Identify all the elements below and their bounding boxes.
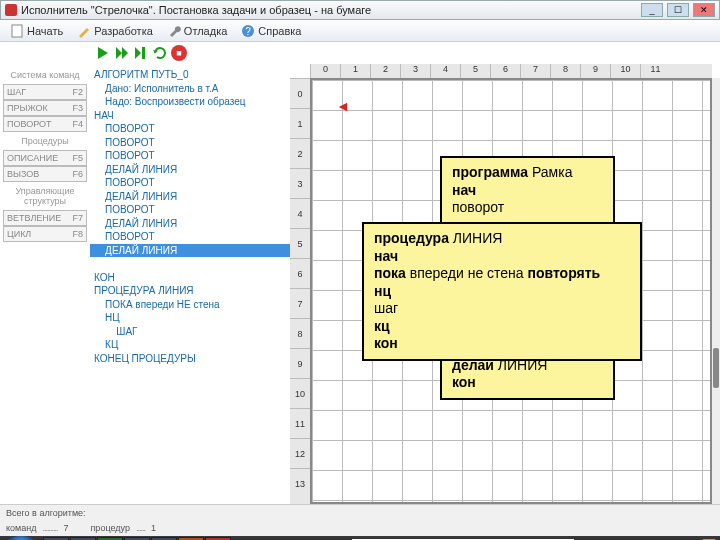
code-line[interactable]: ПРОЦЕДУРА ЛИНИЯ — [94, 285, 194, 296]
ruler-tick: 4 — [290, 198, 310, 228]
code-line[interactable]: ПОВОРОТ — [94, 177, 155, 188]
overlay-text: нц — [374, 283, 391, 299]
code-line[interactable]: ДЕЛАЙ ЛИНИЯ — [94, 218, 177, 229]
overlay-text: ЛИНИЯ — [453, 230, 503, 246]
help-icon: ? — [241, 24, 255, 38]
ruler-tick: 7 — [290, 288, 310, 318]
ruler-tick: 6 — [290, 258, 310, 288]
code-line[interactable]: ПОВОРОТ — [94, 150, 155, 161]
sidebar-hdr-commands: Система команд — [3, 70, 87, 80]
menu-help[interactable]: ? Справка — [235, 22, 307, 40]
code-line[interactable]: ПОВОРОТ — [94, 123, 155, 134]
code-line[interactable]: НАЧ — [94, 110, 114, 121]
code-line[interactable]: ПОВОРОТ — [94, 137, 155, 148]
sidebar: Система команд ШАГF2ПРЫЖОКF3ПОВОРОТF4 Пр… — [0, 64, 90, 504]
arrow-start-icon: ◄ — [336, 98, 350, 114]
ruler-tick: 3 — [400, 64, 430, 78]
skip-icon[interactable] — [133, 45, 149, 61]
overlay-procedure-box: процедура ЛИНИЯнач пока впереди не стена… — [362, 222, 642, 361]
code-line[interactable]: Надо: Воспроизвести образец — [94, 96, 246, 107]
ruler-tick: 5 — [290, 228, 310, 258]
sidebar-button[interactable]: ШАГF2 — [3, 84, 87, 100]
overlay-text: шаг — [374, 300, 398, 316]
overlay-text: впереди не стена — [410, 265, 528, 281]
sidebar-button[interactable]: ОПИСАНИЕF5 — [3, 150, 87, 166]
sidebar-button[interactable]: ПОВОРОТF4 — [3, 116, 87, 132]
svg-text:?: ? — [246, 26, 252, 37]
window-title: Исполнитель "Стрелочка". Постановка зада… — [21, 4, 371, 16]
menu-debug[interactable]: Отладка — [161, 22, 233, 40]
status-proc-value: 1 — [151, 523, 156, 533]
overlay-text: поворот — [452, 199, 504, 215]
scrollbar-thumb[interactable] — [713, 348, 719, 388]
pencil-icon — [77, 24, 91, 38]
overlay-text: программа — [452, 164, 532, 180]
titlebar: Исполнитель "Стрелочка". Постановка зада… — [0, 0, 720, 20]
toolbar: ■ — [0, 42, 720, 64]
code-line[interactable]: КЦ — [94, 339, 118, 350]
repeat-icon[interactable] — [152, 45, 168, 61]
wrench-icon — [167, 24, 181, 38]
status-total-label: Всего в алгоритме: — [6, 508, 86, 518]
sidebar-button[interactable]: ЦИКЛF8 — [3, 226, 87, 242]
ruler-tick: 8 — [550, 64, 580, 78]
code-line[interactable]: ДЕЛАЙ ЛИНИЯ — [94, 191, 177, 202]
code-editor[interactable]: АЛГОРИТМ ПУТЬ_0 Дано: Исполнитель в т.А … — [90, 64, 290, 504]
menu-start-label: Начать — [27, 25, 63, 37]
code-line[interactable]: ДЕЛАЙ ЛИНИЯ — [90, 244, 290, 258]
code-line[interactable]: ПОКА впереди НЕ стена — [94, 299, 220, 310]
stop-icon[interactable]: ■ — [171, 45, 187, 61]
ruler-tick: 4 — [430, 64, 460, 78]
svg-rect-0 — [12, 25, 22, 37]
code-line[interactable]: КОНЕЦ ПРОЦЕДУРЫ — [94, 353, 196, 364]
ruler-tick: 12 — [290, 438, 310, 468]
sidebar-button[interactable]: ВЕТВЛЕНИЕF7 — [3, 210, 87, 226]
ruler-tick: 10 — [290, 378, 310, 408]
play-icon[interactable] — [95, 45, 111, 61]
ruler-tick: 10 — [610, 64, 640, 78]
code-line[interactable]: ДЕЛАЙ ЛИНИЯ — [94, 164, 177, 175]
grid-canvas: 01234567891011 012345678910111213 ◄ прог… — [290, 64, 720, 504]
sidebar-button[interactable]: ПРЫЖОКF3 — [3, 100, 87, 116]
ruler-tick: 1 — [290, 108, 310, 138]
menu-help-label: Справка — [258, 25, 301, 37]
taskbar: Рабочий стол » Адрес Ссылки RU 48 — [0, 536, 720, 540]
close-button[interactable]: ✕ — [693, 3, 715, 17]
dots: .......... — [42, 523, 57, 533]
overlay-text: пока — [374, 265, 410, 281]
menu-start[interactable]: Начать — [4, 22, 69, 40]
code-line[interactable]: Дано: Исполнитель в т.А — [94, 83, 219, 94]
overlay-text: нач — [452, 182, 476, 198]
app-icon — [5, 4, 17, 16]
code-line[interactable]: ПОВОРОТ — [94, 231, 155, 242]
code-line[interactable]: АЛГОРИТМ ПУТЬ_0 — [94, 69, 189, 80]
ruler-tick: 11 — [640, 64, 670, 78]
ruler-tick: 3 — [290, 168, 310, 198]
scrollbar-vertical[interactable] — [712, 78, 720, 504]
maximize-button[interactable]: ☐ — [667, 3, 689, 17]
overlay-text: нач — [374, 248, 398, 264]
code-line[interactable]: КОН — [94, 272, 115, 283]
ruler-vertical: 012345678910111213 — [290, 78, 310, 504]
start-button[interactable] — [4, 536, 38, 540]
code-line[interactable]: ПОВОРОТ — [94, 204, 155, 215]
minimize-button[interactable]: _ — [641, 3, 663, 17]
status-commands-value: 7 — [63, 523, 68, 533]
statusbar: Всего в алгоритме: — [0, 504, 720, 520]
menu-dev[interactable]: Разработка — [71, 22, 159, 40]
ruler-tick: 1 — [340, 64, 370, 78]
sidebar-hdr-structures: Управляющие структуры — [3, 186, 87, 206]
status-commands-label: команд — [6, 523, 36, 533]
ruler-tick: 9 — [580, 64, 610, 78]
overlay-text: кон — [374, 335, 398, 351]
sidebar-hdr-procedures: Процедуры — [3, 136, 87, 146]
overlay-text: кон — [452, 374, 476, 390]
fast-forward-icon[interactable] — [114, 45, 130, 61]
status-proc-label: процедур — [91, 523, 130, 533]
page-icon — [10, 24, 24, 38]
code-line[interactable]: НЦ — [94, 312, 120, 323]
code-line[interactable]: ШАГ — [94, 326, 137, 337]
ruler-tick: 6 — [490, 64, 520, 78]
ruler-tick: 2 — [290, 138, 310, 168]
sidebar-button[interactable]: ВЫЗОВF6 — [3, 166, 87, 182]
